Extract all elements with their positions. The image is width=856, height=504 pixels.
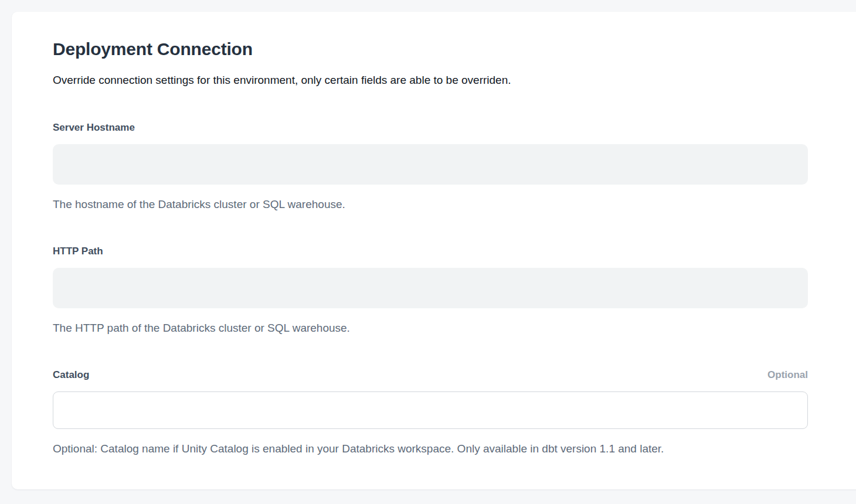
page-subtitle: Override connection settings for this en… [53, 73, 808, 88]
field-catalog: Catalog Optional Optional: Catalog name … [53, 368, 808, 456]
page-title: Deployment Connection [53, 39, 808, 60]
field-http-path: HTTP Path The HTTP path of the Databrick… [53, 244, 808, 335]
http-path-help: The HTTP path of the Databricks cluster … [53, 321, 808, 335]
catalog-input[interactable] [53, 391, 808, 429]
server-hostname-label: Server Hostname [53, 121, 135, 134]
catalog-label: Catalog [53, 368, 89, 382]
catalog-help: Optional: Catalog name if Unity Catalog … [53, 441, 808, 456]
server-hostname-help: The hostname of the Databricks cluster o… [53, 197, 808, 212]
http-path-input [53, 268, 808, 308]
catalog-optional-badge: Optional [767, 368, 808, 382]
deployment-connection-card: Deployment Connection Override connectio… [12, 12, 856, 489]
field-server-hostname: Server Hostname The hostname of the Data… [53, 121, 808, 212]
card-content: Deployment Connection Override connectio… [12, 12, 808, 456]
server-hostname-input [53, 144, 808, 185]
http-path-label: HTTP Path [53, 244, 103, 258]
